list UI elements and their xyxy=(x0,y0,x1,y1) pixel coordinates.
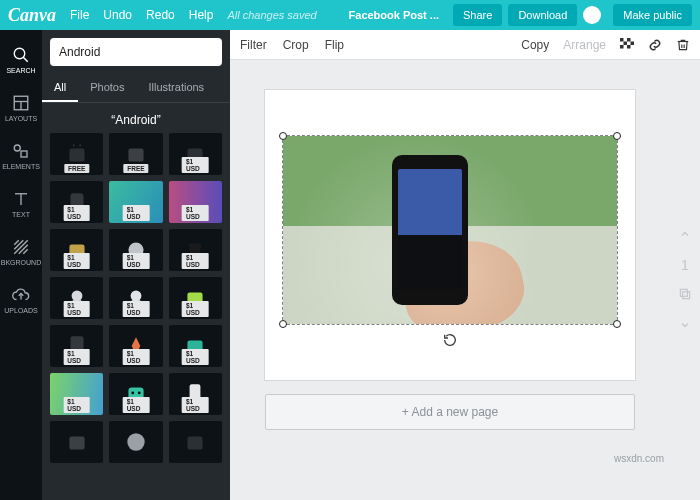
asset-item[interactable]: $1 USD xyxy=(50,373,103,415)
canvas-area: Filter Crop Flip Copy Arrange xyxy=(230,30,700,500)
side-panel: All Photos Illustrations “Android” FREE … xyxy=(42,30,230,500)
delete-button[interactable] xyxy=(676,37,690,52)
svg-rect-37 xyxy=(620,38,624,42)
menu-help[interactable]: Help xyxy=(189,8,214,22)
svg-rect-40 xyxy=(631,41,635,45)
svg-point-32 xyxy=(138,392,141,395)
svg-line-1 xyxy=(23,57,28,62)
resize-handle-tr[interactable] xyxy=(613,132,621,140)
rail-background[interactable]: BKGROUND xyxy=(0,228,42,276)
image-placeholder[interactable] xyxy=(283,136,617,324)
document-title[interactable]: Facebook Post ... xyxy=(349,9,439,21)
save-status: All changes saved xyxy=(227,9,316,21)
asset-item[interactable]: $1 USD xyxy=(50,229,103,271)
rail-uploads[interactable]: UPLOADS xyxy=(0,276,42,324)
selected-element[interactable] xyxy=(283,136,617,324)
asset-item[interactable]: $1 USD xyxy=(169,229,222,271)
stage[interactable]: + Add a new page wsxdn.com xyxy=(230,60,670,500)
transparency-button[interactable] xyxy=(620,37,634,52)
rail-label: UPLOADS xyxy=(4,307,37,314)
share-button[interactable]: Share xyxy=(453,4,502,26)
download-button[interactable]: Download xyxy=(508,4,577,26)
left-rail: SEARCH LAYOUTS ELEMENTS TEXT BKGROUND UP… xyxy=(0,30,42,500)
asset-item[interactable]: $1 USD xyxy=(109,373,162,415)
rail-label: SEARCH xyxy=(6,67,35,74)
asset-item[interactable]: $1 USD xyxy=(169,325,222,367)
tab-all[interactable]: All xyxy=(42,74,78,102)
asset-item[interactable]: $1 USD xyxy=(50,277,103,319)
asset-item[interactable]: $1 USD xyxy=(109,229,162,271)
price-badge: $1 USD xyxy=(182,397,209,413)
menu-undo[interactable]: Undo xyxy=(103,8,132,22)
resize-handle-tl[interactable] xyxy=(279,132,287,140)
price-badge: FREE xyxy=(64,164,89,173)
tab-photos[interactable]: Photos xyxy=(78,74,136,102)
rail-elements[interactable]: ELEMENTS xyxy=(0,132,42,180)
panel-tabs: All Photos Illustrations xyxy=(42,74,230,103)
price-badge: $1 USD xyxy=(182,301,209,317)
uploads-icon xyxy=(12,286,30,304)
svg-point-23 xyxy=(71,290,82,301)
asset-item[interactable]: $1 USD xyxy=(169,181,222,223)
duplicate-page-button[interactable] xyxy=(678,287,692,304)
asset-item[interactable] xyxy=(50,421,103,463)
price-badge: $1 USD xyxy=(123,205,150,221)
crop-button[interactable]: Crop xyxy=(283,38,309,52)
asset-item[interactable]: FREE xyxy=(109,133,162,175)
asset-item[interactable]: FREE xyxy=(50,133,103,175)
asset-item[interactable] xyxy=(169,421,222,463)
price-badge: $1 USD xyxy=(123,301,150,317)
svg-point-25 xyxy=(131,290,142,301)
page-nav-down[interactable] xyxy=(679,318,691,334)
phone-graphic xyxy=(392,155,468,305)
add-page-button[interactable]: + Add a new page xyxy=(265,394,635,430)
asset-item[interactable]: $1 USD xyxy=(169,133,222,175)
search-input[interactable] xyxy=(50,38,222,66)
link-button[interactable] xyxy=(648,37,662,52)
rail-text[interactable]: TEXT xyxy=(0,180,42,228)
svg-point-35 xyxy=(127,433,144,450)
asset-item[interactable]: $1 USD xyxy=(50,325,103,367)
svg-point-31 xyxy=(131,392,134,395)
resize-handle-bl[interactable] xyxy=(279,320,287,328)
price-badge: $1 USD xyxy=(63,397,90,413)
svg-line-12 xyxy=(19,245,28,254)
page-nav-up[interactable] xyxy=(679,227,691,243)
avatar[interactable] xyxy=(583,6,601,24)
make-public-button[interactable]: Make public xyxy=(613,4,692,26)
svg-rect-18 xyxy=(128,149,143,162)
rail-label: BKGROUND xyxy=(1,259,41,266)
tab-illustrations[interactable]: Illustrations xyxy=(136,74,216,102)
price-badge: $1 USD xyxy=(63,349,90,365)
filter-button[interactable]: Filter xyxy=(240,38,267,52)
asset-item[interactable]: $1 USD xyxy=(109,325,162,367)
topbar: Canva File Undo Redo Help All changes sa… xyxy=(0,0,700,30)
layouts-icon xyxy=(12,94,30,112)
menu-redo[interactable]: Redo xyxy=(146,8,175,22)
rail-label: ELEMENTS xyxy=(2,163,40,170)
results-title: “Android” xyxy=(42,103,230,133)
copy-button[interactable]: Copy xyxy=(521,38,549,52)
rail-label: LAYOUTS xyxy=(5,115,37,122)
canvas-page[interactable] xyxy=(265,90,635,380)
svg-point-17 xyxy=(79,144,81,146)
asset-item[interactable]: $1 USD xyxy=(50,181,103,223)
resize-handle-br[interactable] xyxy=(613,320,621,328)
trash-icon xyxy=(676,38,690,52)
price-badge: $1 USD xyxy=(182,253,209,269)
menu-file[interactable]: File xyxy=(70,8,89,22)
asset-item[interactable]: $1 USD xyxy=(169,373,222,415)
rotate-handle[interactable] xyxy=(442,332,458,348)
asset-item[interactable] xyxy=(109,421,162,463)
arrange-button[interactable]: Arrange xyxy=(563,38,606,52)
asset-item[interactable]: $1 USD xyxy=(109,277,162,319)
rail-layouts[interactable]: LAYOUTS xyxy=(0,84,42,132)
svg-rect-6 xyxy=(21,151,27,157)
svg-rect-39 xyxy=(624,41,628,45)
rail-search[interactable]: SEARCH xyxy=(0,36,42,84)
asset-item[interactable]: $1 USD xyxy=(169,277,222,319)
asset-item[interactable]: $1 USD xyxy=(109,181,162,223)
flip-button[interactable]: Flip xyxy=(325,38,344,52)
svg-rect-15 xyxy=(69,149,84,162)
page-number: 1 xyxy=(681,257,689,273)
